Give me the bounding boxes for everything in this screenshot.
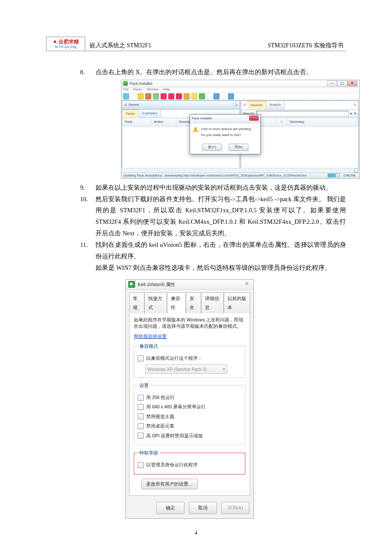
logo-cn: 合肥求精 <box>58 39 79 45</box>
item-8-text: 点击右上角的 X。在弹出的对话框点击是。然后再在弹出的新对话框点击否。 <box>95 69 312 75</box>
tab-general[interactable]: 常规 <box>129 292 144 313</box>
tab-devices[interactable]: Devices <box>247 101 266 110</box>
help-link[interactable]: 帮助我选择设置 <box>134 332 245 341</box>
tab-shortcut[interactable]: 快捷方式 <box>144 292 167 313</box>
legend-privilege: 特权等级 <box>138 448 160 457</box>
toolbar-icon[interactable] <box>145 93 151 99</box>
left-pane-head: Device: <box>128 103 140 107</box>
item-8: 点击右上角的 X。在弹出的对话框点击是。然后再在弹出的新对话框点击否。 Pack… <box>80 66 346 179</box>
no-button[interactable]: 否(N) <box>229 144 248 151</box>
logo: 合肥求精 he fei qiu jing <box>46 37 85 51</box>
item-11b: 如果是 WIN7 则点击兼容性选项卡，然后勾选特权等级的以管理员身份运行此程序。 <box>80 262 346 274</box>
chk-640x480-label: 用 640 x 480 屏幕分辨率运行 <box>146 403 206 411</box>
toolbar-icon[interactable] <box>153 93 159 99</box>
col-summary: Summary <box>287 118 358 126</box>
search-input[interactable] <box>257 111 349 117</box>
toolbar-icon[interactable] <box>123 93 129 99</box>
warning-icon <box>193 126 199 132</box>
tab-details[interactable]: 详细信息 <box>201 292 224 313</box>
close-button[interactable]: ✕ <box>347 81 357 87</box>
chk-no-themes[interactable] <box>138 413 144 419</box>
toolbar-icon[interactable] <box>168 93 174 99</box>
col-action: Action <box>151 118 176 126</box>
clear-search-icon[interactable]: ✕ <box>354 111 357 117</box>
dialog-line2: Do you really want to exit? <box>201 132 252 139</box>
ok-button[interactable]: 确定 <box>156 502 184 514</box>
page-header: 合肥求精 he fei qiu jing 嵌入式系统之 STM32F1 STM3… <box>46 37 346 51</box>
fieldset-compat-mode: 兼容模式 以兼容模式运行这个程序： Windows XP (Service Pa… <box>134 342 245 378</box>
chk-run-as-admin-label: 以管理员身份运行此程序 <box>146 461 198 469</box>
chk-256-colors-label: 用 256 色运行 <box>146 393 175 402</box>
apply-button[interactable]: 应用(A) <box>221 502 249 514</box>
menu-window[interactable]: Window <box>147 87 159 93</box>
keil-icon <box>128 281 135 288</box>
yes-button[interactable]: 是(Y) <box>202 144 222 151</box>
logo-en: he fei qiu jing <box>55 45 76 49</box>
online-badge: ONLINE <box>342 173 357 179</box>
chk-no-desktop-comp[interactable] <box>138 423 144 429</box>
logo-burst-icon <box>52 39 58 44</box>
pack-installer-window: Pack Installer — ▢ ✕ File Packs Window H… <box>121 80 360 179</box>
tab-examples[interactable]: Examples <box>139 110 161 118</box>
tab-security[interactable]: 安全 <box>186 292 201 313</box>
dialog-close-button[interactable] <box>249 116 259 121</box>
toolbar-icon[interactable] <box>191 93 197 99</box>
item-9: 如果在以上安装的过程中出现驱动的安装的对话框则点击安装，这是仿真器的驱动。 <box>80 182 346 194</box>
menu-help[interactable]: Help <box>163 87 170 93</box>
dialog-title: Pack Installer <box>192 116 212 122</box>
change-all-users-button[interactable]: 更改所有用户的设置… <box>141 479 198 489</box>
toolbar-icon[interactable] <box>176 93 182 99</box>
menu-packs[interactable]: Packs <box>133 87 142 93</box>
item-11-text: 找到在桌面生成的 keil uVision5 图标，右击，在弹出的菜单点击属性。… <box>95 241 346 260</box>
confirm-dialog: Pack Installer One or more actions are p… <box>190 114 261 154</box>
toolbar-icon[interactable] <box>184 93 190 99</box>
scroll-thumb[interactable] <box>354 169 358 173</box>
close-icon[interactable]: ✕ <box>242 281 251 287</box>
toolbar-icon <box>131 94 136 99</box>
chk-hidpi-label: 高 DPI 设置时禁用显示缩放 <box>146 432 203 440</box>
menu-file[interactable]: File <box>123 87 129 93</box>
header-left: 嵌入式系统之 STM32F1 <box>89 42 151 49</box>
window-title: Pack Installer <box>130 80 325 87</box>
properties-dialog: Keil uVision5 属性 ✕ 常规 快捷方式 兼容性 安全 详细信息 以… <box>125 279 254 518</box>
menubar: File Packs Window Help <box>121 87 359 92</box>
tab-previous[interactable]: 以前的版本 <box>224 292 250 313</box>
statusbar: Updating Pack descriptions : downloading… <box>121 173 359 178</box>
col-sep: / <box>277 118 287 126</box>
chk-run-as-admin[interactable] <box>138 462 144 468</box>
content: 点击右上角的 X。在弹出的对话框点击是。然后再在弹出的新对话框点击否。 Pack… <box>80 66 346 519</box>
toolbar-icon[interactable] <box>161 93 167 99</box>
progress-bar <box>328 173 340 177</box>
toolbar-icon[interactable] <box>228 93 234 99</box>
cancel-button[interactable]: 取消 <box>189 502 217 514</box>
chk-640x480[interactable] <box>138 404 144 410</box>
legend-settings: 设置 <box>138 381 150 390</box>
toolbar-icon[interactable] <box>138 93 144 99</box>
compat-intro: 如果此程序在早期版本的 Windows 上没有问题，而现在出现问题，请选择与该早… <box>134 317 245 329</box>
toolbar-icon <box>207 94 212 99</box>
minimize-button[interactable]: — <box>327 81 337 87</box>
chk-hidpi[interactable] <box>138 433 144 439</box>
legend-compat-mode: 兼容模式 <box>138 342 160 350</box>
properties-title: Keil uVision5 属性 <box>138 280 240 289</box>
item-11: 找到在桌面生成的 keil uVision5 图标，右击，在弹出的菜单点击属性。… <box>80 239 346 262</box>
search-dropdown-icon[interactable]: ▾ <box>350 111 352 117</box>
tab-boards[interactable]: Boards <box>266 101 284 110</box>
col-pack: Pack <box>122 118 151 126</box>
toolbar <box>121 92 359 100</box>
compat-os-combo[interactable]: Windows XP (Service Pack 3) <box>145 364 227 374</box>
toolbar-icon[interactable] <box>199 93 205 99</box>
tab-packs[interactable]: Packs <box>122 110 139 118</box>
app-icon <box>123 81 128 86</box>
toolbar-icon[interactable] <box>213 93 219 99</box>
tab-compatibility[interactable]: 兼容性 <box>167 292 186 313</box>
fieldset-privilege: 特权等级 以管理员身份运行此程序 <box>134 448 245 474</box>
dialog-line1: One or more actions are pending. <box>201 126 252 133</box>
fieldset-settings: 设置 用 256 色运行 用 640 x 480 屏幕分辨率运行 禁用视觉主题 … <box>134 381 245 445</box>
chk-no-desktop-comp-label: 禁用桌面元素 <box>146 422 174 430</box>
chk-compat-mode-label: 以兼容模式运行这个程序： <box>146 354 202 362</box>
chk-256-colors[interactable] <box>138 395 144 401</box>
chk-compat-mode[interactable] <box>138 356 144 361</box>
maximize-button[interactable]: ▢ <box>337 81 347 87</box>
header-right: STM32F103ZET6 实验指导书 <box>268 42 343 49</box>
